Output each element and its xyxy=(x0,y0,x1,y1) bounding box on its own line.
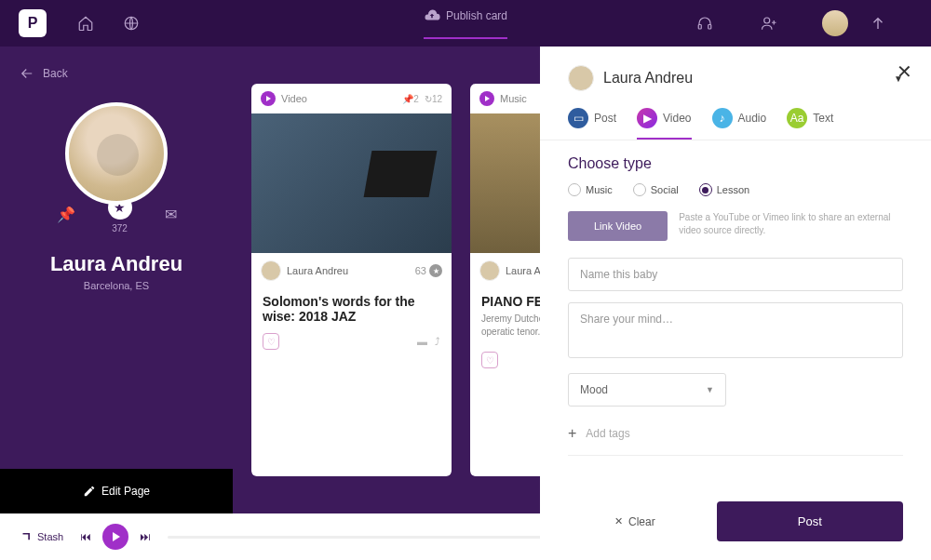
profile-name: Laura Andreu xyxy=(50,252,182,276)
author-avatar[interactable] xyxy=(261,260,281,281)
radio-social[interactable]: Social xyxy=(633,183,679,196)
tab-video[interactable]: ▶Video xyxy=(637,108,691,140)
clear-button[interactable]: ✕Clear xyxy=(568,501,702,541)
share-icon[interactable]: ⤴ xyxy=(435,336,440,347)
tab-audio[interactable]: ♪Audio xyxy=(712,108,767,140)
link-video-button[interactable]: Link Video xyxy=(568,211,668,241)
next-track-icon[interactable]: ⏭ xyxy=(140,530,151,543)
title-input[interactable] xyxy=(568,258,903,291)
globe-icon[interactable] xyxy=(120,12,142,34)
author-name: Laura Andreu xyxy=(287,265,348,276)
edit-page-button[interactable]: Edit Page xyxy=(0,469,233,513)
home-icon[interactable] xyxy=(74,12,97,34)
radio-music[interactable]: Music xyxy=(568,183,613,196)
panel-user-select[interactable]: Laura Andreu ▼ xyxy=(540,47,931,100)
svg-rect-1 xyxy=(698,25,701,30)
card-image xyxy=(251,113,452,253)
link-hint: Paste a YouTube or Vimeo link to share a… xyxy=(679,211,903,237)
description-input[interactable] xyxy=(568,302,903,358)
close-icon[interactable]: ✕ xyxy=(897,60,912,83)
content-type-tabs: ▭Post ▶Video ♪Audio AaText xyxy=(540,100,931,140)
panel-author-name: Laura Andreu xyxy=(603,70,693,87)
play-icon xyxy=(479,91,494,106)
play-button[interactable] xyxy=(102,524,128,550)
comment-icon[interactable]: ▬ xyxy=(417,336,427,347)
chevron-down-icon: ▼ xyxy=(706,385,714,394)
radio-lesson[interactable]: Lesson xyxy=(699,183,749,196)
card-stats: 📌2 ↻12 xyxy=(402,94,442,104)
play-icon xyxy=(261,91,276,106)
add-user-icon[interactable] xyxy=(758,12,780,34)
publish-card-tab[interactable]: Publish card xyxy=(424,7,507,39)
profile-avatar[interactable] xyxy=(65,102,168,205)
add-tags-button[interactable]: +Add tags xyxy=(568,418,903,456)
top-bar: P Publish card xyxy=(0,0,931,47)
star-count: 372 xyxy=(112,223,128,233)
publish-panel: ✕ Laura Andreu ▼ ▭Post ▶Video ♪Audio AaT… xyxy=(540,47,931,560)
tab-text[interactable]: AaText xyxy=(787,108,833,140)
stash-button[interactable]: Stash xyxy=(19,530,63,543)
logo[interactable]: P xyxy=(19,9,47,37)
svg-point-3 xyxy=(764,18,770,23)
author-name: Laura A xyxy=(506,265,541,276)
profile-column: 📌 ★ 372 ✉ Laura Andreu Barcelona, ES xyxy=(0,47,233,513)
up-arrow-icon[interactable] xyxy=(867,12,889,34)
back-button[interactable]: Back xyxy=(19,65,68,82)
pin-icon[interactable]: 📌 xyxy=(57,206,75,223)
profile-location: Barcelona, ES xyxy=(84,280,149,291)
user-avatar[interactable] xyxy=(822,10,848,36)
like-button[interactable]: ♡ xyxy=(481,352,498,368)
headphones-icon[interactable] xyxy=(694,12,716,34)
post-button[interactable]: Post xyxy=(717,501,903,541)
mood-select[interactable]: Mood▼ xyxy=(568,373,726,407)
prev-track-icon[interactable]: ⏮ xyxy=(80,530,91,543)
type-radios: Music Social Lesson xyxy=(568,183,903,196)
card-type: Video xyxy=(281,93,307,104)
like-button[interactable]: ♡ xyxy=(263,333,279,350)
card-title: Solomon's words for the wise: 2018 JAZ xyxy=(251,288,452,327)
card-type: Music xyxy=(500,93,527,104)
author-avatar[interactable] xyxy=(479,260,500,281)
svg-rect-2 xyxy=(708,25,711,30)
mail-icon[interactable]: ✉ xyxy=(165,206,177,223)
choose-type-heading: Choose type xyxy=(568,155,903,172)
video-card[interactable]: Video 📌2 ↻12 Laura Andreu 63★ Solomon's … xyxy=(251,84,452,476)
author-avatar xyxy=(568,65,594,91)
tab-post[interactable]: ▭Post xyxy=(568,108,616,140)
